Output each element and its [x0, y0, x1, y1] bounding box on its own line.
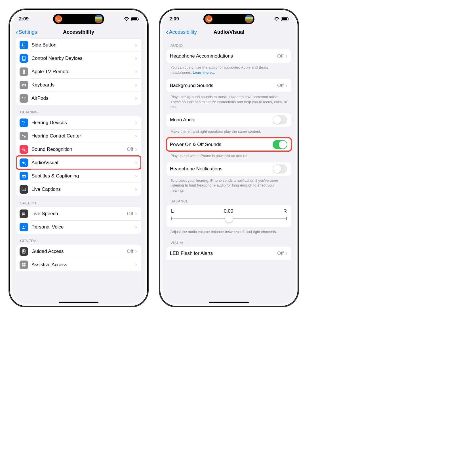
svg-rect-36	[22, 265, 24, 266]
island-app-icon	[205, 15, 212, 23]
svg-rect-21	[22, 176, 24, 177]
chevron-right-icon: ›	[135, 95, 137, 101]
group-visual: LED Flash for Alerts Off ›	[167, 247, 291, 260]
group-header-hearing: HEARING	[16, 105, 141, 116]
footer-headphone-acc: You can customize the audio for supporte…	[167, 63, 291, 76]
chevron-right-icon: ›	[135, 224, 137, 230]
svg-rect-33	[23, 251, 25, 252]
section-header-balance: BALANCE	[167, 194, 291, 205]
chevron-right-icon: ›	[285, 82, 287, 89]
row-guided-access[interactable]: Guided Access Off ›	[16, 245, 141, 258]
home-indicator[interactable]	[59, 302, 98, 303]
svg-rect-9	[22, 84, 22, 84]
svg-rect-11	[24, 84, 24, 84]
svg-rect-24	[23, 189, 24, 189]
svg-point-28	[22, 213, 23, 214]
battery-icon	[131, 17, 138, 21]
sound-recognition-icon	[20, 145, 28, 154]
group-header-speech: SPEECH	[16, 196, 141, 207]
phone-left: 2:09 ‹ Settings Accessibility	[9, 9, 149, 307]
row-side-button[interactable]: Side Button ›	[16, 38, 141, 52]
status-bar: 2:09	[12, 12, 145, 26]
back-button[interactable]: ‹ Settings	[16, 28, 37, 36]
chevron-left-icon: ‹	[16, 28, 18, 36]
chevron-right-icon: ›	[135, 248, 137, 255]
back-button[interactable]: ‹ Accessibility	[166, 28, 197, 36]
group-touch-continued: Side Button › Control Nearby Devices › A…	[16, 38, 141, 105]
chevron-right-icon: ›	[135, 211, 137, 217]
audio-visual-list[interactable]: AUDIO Headphone Accommodations Off › You…	[163, 38, 295, 304]
back-label: Accessibility	[169, 29, 197, 35]
chevron-right-icon: ›	[135, 173, 137, 179]
svg-point-5	[24, 72, 24, 72]
group-balance: L 0.00 R	[167, 205, 291, 227]
group-speech: Live Speech Off › Personal Voice ›	[16, 207, 141, 234]
svg-point-30	[24, 213, 25, 214]
svg-rect-1	[22, 56, 25, 60]
wifi-icon	[274, 17, 279, 21]
svg-point-31	[23, 226, 24, 227]
svg-point-19	[25, 164, 26, 164]
balance-slider-thumb[interactable]	[225, 215, 233, 223]
row-keyboards[interactable]: Keyboards ›	[16, 78, 141, 92]
island-app-icon-2	[95, 15, 102, 23]
row-live-captions[interactable]: Live Captions ›	[16, 183, 141, 196]
section-header-audio: AUDIO	[167, 38, 291, 49]
balance-left-label: L	[171, 208, 174, 214]
status-time: 2:09	[19, 16, 36, 22]
dynamic-island	[53, 14, 104, 24]
footer-mono-audio: Make the left and right speakers play th…	[167, 127, 291, 135]
group-power-sounds: Power On & Off Sounds	[167, 138, 291, 151]
row-audio-visual[interactable]: Audio/Visual ›	[16, 156, 141, 169]
nearby-devices-icon	[20, 54, 28, 63]
row-apple-tv-remote[interactable]: Apple TV Remote ›	[16, 65, 141, 78]
svg-rect-16	[24, 136, 26, 137]
row-hearing-devices[interactable]: Hearing Devices ›	[16, 116, 141, 129]
row-subtitles-captioning[interactable]: Subtitles & Captioning ›	[16, 169, 141, 183]
svg-point-6	[23, 72, 24, 73]
learn-more-link[interactable]: Learn more…	[193, 70, 215, 75]
svg-rect-23	[22, 188, 26, 191]
group-headphone-notifications: Headphone Notifications	[167, 162, 291, 176]
row-power-on-off-sounds[interactable]: Power On & Off Sounds	[167, 138, 291, 151]
svg-rect-37	[24, 265, 26, 266]
svg-point-29	[23, 213, 24, 214]
mono-audio-toggle[interactable]	[273, 115, 287, 124]
wifi-icon	[124, 17, 129, 21]
settings-list[interactable]: Side Button › Control Nearby Devices › A…	[12, 38, 145, 304]
row-background-sounds[interactable]: Background Sounds Off ›	[167, 79, 291, 92]
balance-labels: L 0.00 R	[167, 205, 291, 215]
svg-rect-14	[23, 85, 25, 85]
row-led-flash[interactable]: LED Flash for Alerts Off ›	[167, 247, 291, 260]
svg-rect-15	[22, 135, 24, 136]
row-headphone-notifications[interactable]: Headphone Notifications	[167, 162, 291, 176]
home-indicator[interactable]	[209, 302, 249, 303]
row-live-speech[interactable]: Live Speech Off ›	[16, 207, 141, 220]
row-personal-voice[interactable]: Personal Voice ›	[16, 220, 141, 234]
balance-slider[interactable]	[171, 215, 287, 223]
ear-icon	[20, 118, 28, 127]
row-assistive-access[interactable]: Assistive Access ›	[16, 258, 141, 271]
island-app-icon	[55, 15, 62, 23]
group-hearing: Hearing Devices › Hearing Control Center…	[16, 116, 141, 196]
live-speech-icon	[20, 209, 28, 218]
row-hearing-control-center[interactable]: Hearing Control Center ›	[16, 129, 141, 143]
group-background-sounds: Background Sounds Off ›	[167, 79, 291, 92]
headphone-notifications-toggle[interactable]	[273, 164, 287, 173]
row-mono-audio[interactable]: Mono Audio	[167, 113, 291, 127]
chevron-right-icon: ›	[135, 186, 137, 192]
balance-value: 0.00	[224, 208, 233, 214]
island-app-icon-2	[245, 15, 253, 23]
footer-power-sounds: Play sound when iPhone is powered on and…	[167, 151, 291, 160]
footer-headphone-notifications: To protect your hearing, iPhone sends a …	[167, 176, 291, 194]
power-sounds-toggle[interactable]	[273, 140, 287, 149]
svg-rect-35	[24, 263, 26, 264]
row-control-nearby[interactable]: Control Nearby Devices ›	[16, 52, 141, 65]
svg-rect-34	[22, 263, 24, 264]
row-headphone-accommodations[interactable]: Headphone Accommodations Off ›	[167, 49, 291, 63]
row-sound-recognition[interactable]: Sound Recognition Off ›	[16, 143, 141, 156]
group-header-general: GENERAL	[16, 234, 141, 245]
row-airpods[interactable]: AirPods ›	[16, 92, 141, 105]
screen-left: 2:09 ‹ Settings Accessibility	[12, 12, 145, 304]
apple-tv-remote-icon	[20, 67, 28, 76]
